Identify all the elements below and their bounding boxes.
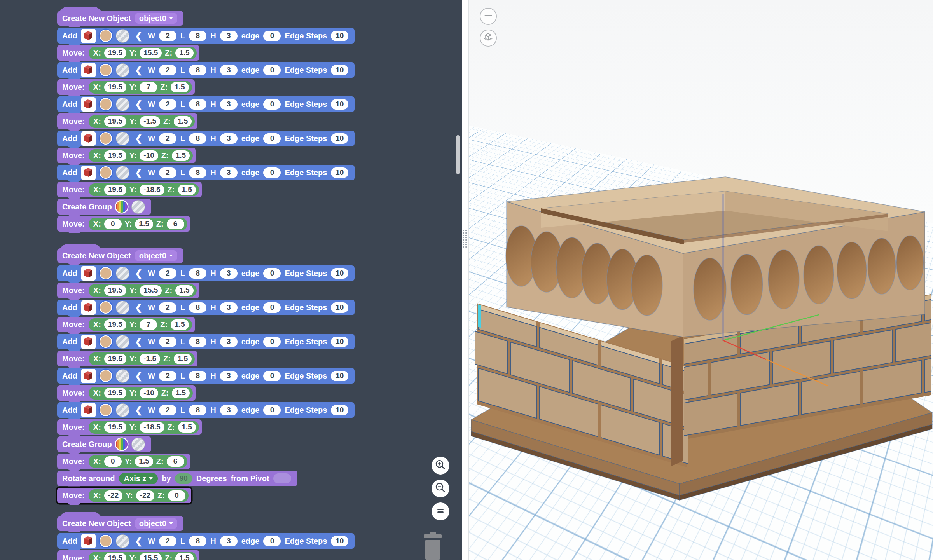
param-input[interactable]: 2: [159, 337, 176, 347]
shape-picker[interactable]: [81, 97, 96, 112]
coord-input[interactable]: 0: [104, 219, 122, 229]
rotate-around-block[interactable]: Rotate aroundAxis zby90Degreesfrom Pivot: [57, 471, 297, 486]
param-input[interactable]: 0: [263, 268, 281, 279]
param-input[interactable]: 3: [220, 31, 238, 41]
param-input[interactable]: 2: [159, 371, 176, 381]
param-input[interactable]: 8: [189, 268, 206, 279]
viewport-3d[interactable]: [469, 0, 933, 560]
material-swatch[interactable]: [116, 98, 129, 111]
shape-picker[interactable]: [81, 63, 96, 77]
move-block[interactable]: Move:X:0Y:1.5Z:6: [57, 454, 190, 469]
add-block[interactable]: Add❮W2L8H3edge0Edge Steps10: [57, 165, 355, 180]
coord-input[interactable]: 0: [104, 456, 122, 467]
color-swatch[interactable]: [100, 132, 112, 145]
material-swatch[interactable]: [131, 200, 145, 214]
collapse-chevron-icon[interactable]: ❮: [135, 65, 142, 75]
color-swatch[interactable]: [100, 301, 112, 314]
move-block[interactable]: Move:X:19.5Y:15.5Z:1.5: [57, 45, 199, 61]
param-input[interactable]: 10: [331, 31, 348, 41]
coord-input[interactable]: -10: [140, 388, 158, 398]
axis-dropdown[interactable]: Axis z: [119, 473, 158, 484]
zoom-reset-button[interactable]: [432, 502, 449, 520]
material-swatch[interactable]: [131, 438, 145, 451]
param-input[interactable]: 8: [189, 536, 206, 546]
shape-picker[interactable]: [81, 369, 96, 383]
color-swatch[interactable]: [100, 267, 112, 279]
coord-input[interactable]: 1.5: [175, 553, 193, 560]
coord-input[interactable]: 19.5: [104, 150, 126, 161]
param-input[interactable]: 10: [331, 371, 348, 381]
coord-input[interactable]: 1.5: [174, 116, 192, 127]
multicolor-swatch[interactable]: [116, 438, 128, 450]
coord-input[interactable]: 19.5: [104, 553, 126, 560]
param-input[interactable]: 3: [220, 337, 238, 347]
color-swatch[interactable]: [100, 30, 112, 42]
param-input[interactable]: 10: [331, 268, 348, 279]
panel-resize-handle[interactable]: [463, 230, 468, 249]
param-input[interactable]: 0: [263, 536, 281, 546]
coord-input[interactable]: -1.5: [140, 116, 160, 127]
color-swatch[interactable]: [100, 404, 112, 416]
zoom-in-button[interactable]: [432, 457, 449, 475]
material-swatch[interactable]: [116, 132, 129, 145]
coord-input[interactable]: 6: [167, 456, 184, 467]
move-block[interactable]: Move:X:19.5Y:7Z:1.5: [57, 79, 195, 95]
shape-picker[interactable]: [81, 29, 96, 43]
move-block[interactable]: Move:X:19.5Y:7Z:1.5: [57, 317, 195, 332]
param-input[interactable]: 3: [220, 268, 238, 279]
coord-input[interactable]: 19.5: [104, 82, 126, 92]
add-block[interactable]: Add❮W2L8H3edge0Edge Steps10: [57, 402, 355, 418]
object-dropdown[interactable]: object0: [135, 518, 177, 529]
collapse-chevron-icon[interactable]: ❮: [135, 405, 142, 415]
create-group-block[interactable]: Create Group: [57, 436, 151, 452]
color-swatch[interactable]: [100, 98, 112, 110]
material-swatch[interactable]: [116, 369, 129, 383]
delete-drop-zone[interactable]: [422, 532, 444, 560]
param-input[interactable]: 10: [331, 99, 348, 110]
coord-input[interactable]: 1.5: [178, 422, 196, 433]
param-input[interactable]: 8: [189, 337, 206, 347]
param-input[interactable]: 8: [189, 371, 206, 381]
add-block[interactable]: Add❮W2L8H3edge0Edge Steps10: [57, 28, 355, 44]
coord-input[interactable]: 19.5: [104, 116, 126, 127]
move-block[interactable]: Move:X:19.5Y:-10Z:1.5: [57, 148, 196, 163]
multicolor-swatch[interactable]: [116, 201, 128, 213]
param-input[interactable]: 10: [331, 302, 348, 313]
add-block[interactable]: Add❮W2L8H3edge0Edge Steps10: [57, 62, 355, 78]
coord-input[interactable]: 19.5: [104, 354, 126, 364]
coord-input[interactable]: 19.5: [104, 185, 126, 195]
param-input[interactable]: 3: [220, 536, 238, 546]
param-input[interactable]: 3: [220, 99, 238, 110]
add-block[interactable]: Add❮W2L8H3edge0Edge Steps10: [57, 533, 355, 549]
move-block[interactable]: Move:X:19.5Y:15.5Z:1.5: [57, 283, 199, 298]
param-input[interactable]: 0: [263, 167, 281, 178]
param-input[interactable]: 3: [220, 371, 238, 381]
param-input[interactable]: 10: [331, 133, 348, 144]
coord-input[interactable]: 7: [140, 319, 157, 330]
add-block[interactable]: Add❮W2L8H3edge0Edge Steps10: [57, 131, 355, 146]
param-input[interactable]: 2: [159, 302, 176, 313]
shape-picker[interactable]: [81, 335, 96, 349]
coord-input[interactable]: 1.5: [175, 48, 193, 58]
param-input[interactable]: 8: [189, 31, 206, 41]
coord-input[interactable]: 15.5: [140, 48, 162, 58]
coord-input[interactable]: 19.5: [104, 48, 126, 58]
coord-input[interactable]: 1.5: [178, 185, 196, 195]
coord-input[interactable]: -22: [136, 490, 154, 501]
shape-picker[interactable]: [81, 131, 96, 146]
create-new-object-block[interactable]: Create New Objectobject0: [57, 11, 183, 26]
material-swatch[interactable]: [116, 267, 129, 280]
coord-input[interactable]: 1.5: [172, 388, 190, 398]
add-block[interactable]: Add❮W2L8H3edge0Edge Steps10: [57, 265, 355, 281]
move-block[interactable]: Move:X:0Y:1.5Z:6: [57, 216, 190, 232]
create-new-object-block[interactable]: Create New Objectobject0: [57, 248, 183, 263]
add-block[interactable]: Add❮W2L8H3edge0Edge Steps10: [57, 300, 355, 315]
param-input[interactable]: 0: [263, 371, 281, 381]
coord-input[interactable]: 1.5: [175, 285, 193, 296]
collapse-chevron-icon[interactable]: ❮: [135, 133, 142, 144]
material-swatch[interactable]: [116, 534, 129, 548]
collapse-chevron-icon[interactable]: ❮: [135, 31, 142, 41]
coord-input[interactable]: 1.5: [135, 456, 153, 467]
collapse-chevron-icon[interactable]: ❮: [135, 167, 142, 178]
coord-input[interactable]: 19.5: [104, 285, 126, 296]
